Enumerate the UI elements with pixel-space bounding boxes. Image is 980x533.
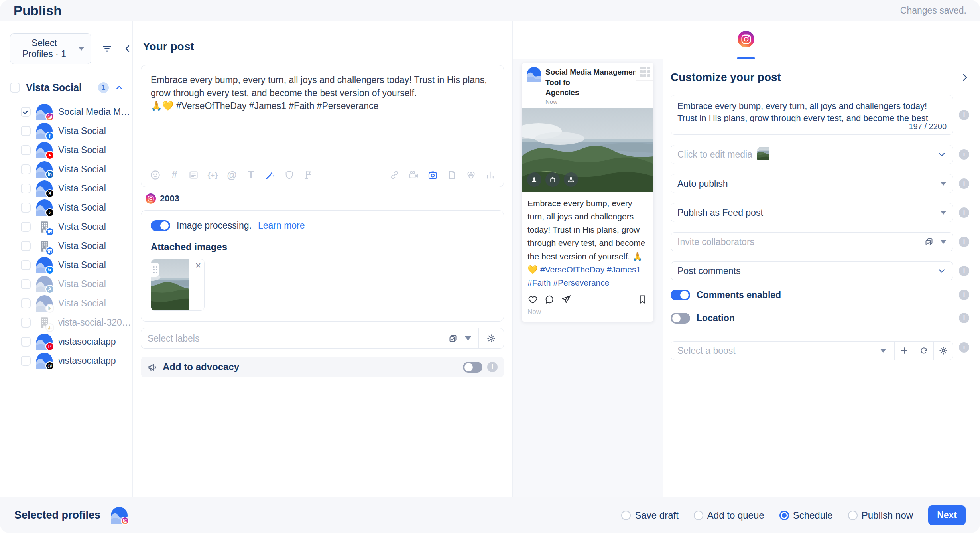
radio-save-draft[interactable]: Save draft	[621, 510, 678, 521]
link-icon[interactable]	[389, 170, 400, 180]
post-comments-field[interactable]: Post comments	[671, 261, 953, 280]
filter-icon[interactable]	[102, 43, 112, 54]
remove-image-icon[interactable]: ✕	[192, 259, 204, 271]
profile-checkbox[interactable]	[21, 318, 31, 328]
invite-collaborators-field[interactable]: Invite collaborators	[671, 232, 953, 251]
profile-item[interactable]: Social Media Managem...	[10, 102, 132, 121]
profile-checkbox[interactable]	[21, 164, 31, 174]
labels-caret-icon[interactable]	[465, 336, 471, 340]
feed-post-select[interactable]: Publish as Feed post	[671, 203, 953, 222]
profile-item[interactable]: ♪Vista Social	[10, 198, 132, 217]
instagram-char-count: 2003	[160, 193, 179, 204]
customize-title: Customize your post	[671, 71, 781, 84]
radio-schedule[interactable]: Schedule	[779, 510, 833, 521]
profile-checkbox[interactable]	[21, 107, 31, 117]
auto-publish-select[interactable]: Auto publish	[671, 174, 953, 193]
profile-checkbox[interactable]	[21, 260, 31, 270]
select-boost-field[interactable]: Select a boost	[671, 341, 953, 360]
share-icon[interactable]	[561, 294, 572, 305]
shield-icon[interactable]	[284, 170, 295, 180]
boost-settings-gear-icon[interactable]	[933, 342, 953, 360]
profile-checkbox[interactable]	[21, 126, 31, 136]
editor-toolbar: # {+} @ T	[141, 170, 504, 187]
profile-item[interactable]: Vista Social	[10, 140, 132, 160]
comments-enabled-toggle[interactable]	[671, 290, 690, 300]
grid-view-icon[interactable]	[636, 63, 653, 81]
profile-group-row[interactable]: Vista Social 1	[10, 82, 132, 93]
collapse-sidebar-icon[interactable]	[123, 44, 132, 53]
hashtag-icon[interactable]: #	[169, 170, 180, 180]
chevron-down-icon[interactable]	[937, 266, 947, 276]
saved-captions-icon[interactable]	[188, 170, 199, 180]
profile-checkbox[interactable]	[21, 337, 31, 347]
profile-item[interactable]: fVista Social	[10, 121, 132, 140]
profile-item[interactable]: vista-social-320412	[10, 313, 132, 332]
instagram-icon	[121, 517, 129, 525]
comment-icon[interactable]	[544, 294, 555, 305]
add-boost-icon[interactable]	[894, 342, 914, 360]
media-library-icon[interactable]	[466, 170, 476, 180]
document-icon[interactable]	[447, 170, 457, 180]
profile-item[interactable]: inVista Social	[10, 160, 132, 179]
group-checkbox[interactable]	[10, 83, 20, 93]
profile-checkbox[interactable]	[21, 279, 31, 289]
advocacy-toggle[interactable]	[463, 362, 482, 373]
drag-handle-icon[interactable]	[151, 263, 159, 277]
radio-publish-now[interactable]: Publish now	[848, 510, 913, 521]
attached-image-thumbnail[interactable]: ✕	[151, 259, 205, 311]
chevron-down-icon[interactable]	[937, 150, 947, 159]
chevron-right-icon[interactable]	[960, 73, 970, 82]
profile-item[interactable]: @vistasocialapp	[10, 351, 132, 370]
profile-checkbox[interactable]	[21, 298, 31, 308]
labels-settings-gear-icon[interactable]	[479, 328, 504, 348]
refresh-boost-icon[interactable]	[914, 342, 933, 360]
post-editor-card: Embrace every bump, every turn, all joys…	[141, 65, 504, 187]
customize-caption-field[interactable]: Embrace every bump, every turn, all joys…	[671, 95, 953, 135]
location-toggle[interactable]	[671, 313, 690, 324]
emoji-icon[interactable]	[150, 170, 161, 180]
profile-item[interactable]: Vista Social	[10, 294, 132, 313]
learn-more-link[interactable]: Learn more	[258, 220, 305, 231]
ai-assistant-wand-icon[interactable]	[265, 170, 276, 180]
profile-item[interactable]: Vista Social	[10, 236, 132, 255]
text-format-icon[interactable]: T	[246, 170, 256, 180]
chevron-up-icon[interactable]	[115, 83, 124, 92]
photo-camera-icon[interactable]	[427, 170, 438, 180]
profile-checkbox[interactable]	[21, 184, 31, 193]
media-info-icon: i	[959, 149, 969, 160]
analytics-bars-icon[interactable]	[485, 170, 496, 180]
copy-collaborators-icon[interactable]	[924, 237, 934, 247]
select-labels-field[interactable]: Select labels	[141, 328, 504, 349]
collaborators-icon[interactable]	[564, 172, 578, 187]
tab-instagram[interactable]	[738, 31, 754, 47]
profile-item[interactable]: XVista Social	[10, 179, 132, 198]
radio-add-to-queue[interactable]: Add to queue	[694, 510, 764, 521]
profile-item[interactable]: Vista Social	[10, 217, 132, 236]
profile-checkbox[interactable]	[21, 222, 31, 232]
profile-item[interactable]: Vista Social	[10, 255, 132, 274]
profile-avatar	[36, 314, 53, 331]
profile-checkbox[interactable]	[21, 241, 31, 251]
next-button[interactable]: Next	[928, 505, 966, 525]
preview-timestamp: Now	[522, 306, 653, 322]
advocacy-label: Add to advocacy	[163, 361, 458, 373]
select-profiles-dropdown[interactable]: Select Profiles · 1	[10, 33, 91, 64]
tag-products-icon[interactable]	[545, 172, 560, 187]
profile-item[interactable]: Pvistasocialapp	[10, 332, 132, 351]
tag-people-icon[interactable]	[527, 172, 541, 187]
post-text-input[interactable]: Embrace every bump, every turn, all joys…	[141, 65, 504, 170]
flag-icon[interactable]	[303, 170, 314, 180]
profile-item[interactable]: AVista Social	[10, 274, 132, 294]
mention-icon[interactable]: @	[226, 170, 237, 180]
copy-labels-icon[interactable]	[448, 334, 458, 343]
selected-profile-avatar[interactable]	[111, 507, 128, 524]
profile-checkbox[interactable]	[21, 203, 31, 213]
like-heart-icon[interactable]	[527, 294, 538, 305]
edit-media-field[interactable]: Click to edit media	[671, 145, 953, 164]
bookmark-icon[interactable]	[637, 294, 648, 305]
video-icon[interactable]	[408, 170, 419, 180]
profile-checkbox[interactable]	[21, 145, 31, 155]
variables-icon[interactable]: {+}	[207, 170, 218, 180]
image-processing-toggle[interactable]	[151, 220, 170, 231]
profile-checkbox[interactable]	[21, 356, 31, 366]
